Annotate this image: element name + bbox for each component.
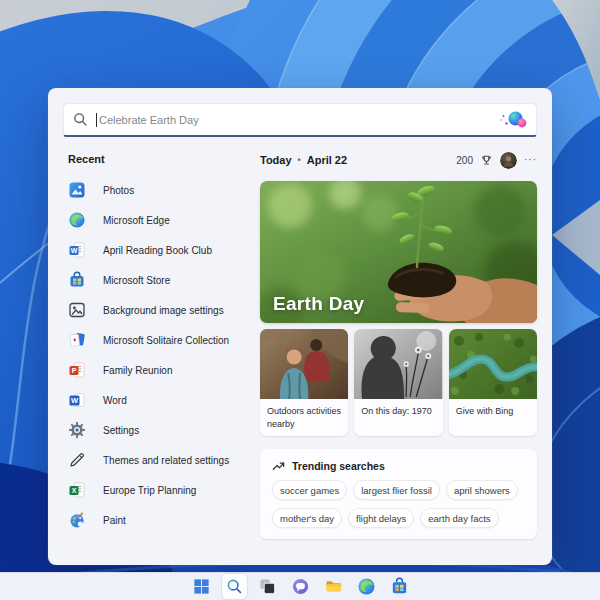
- search-flyout-window: Celebrate Earth Day Recent: [48, 88, 552, 565]
- card-on-this-day[interactable]: On this day: 1970: [354, 329, 442, 436]
- task-view-icon: [258, 577, 277, 596]
- trending-heading: Trending searches: [292, 460, 385, 472]
- date-value: April 22: [307, 154, 347, 166]
- recent-heading: Recent: [68, 153, 260, 165]
- taskbar-file-explorer-button[interactable]: [321, 574, 346, 599]
- trending-searches-panel: Trending searches soccer games largest f…: [260, 449, 537, 539]
- trending-chip[interactable]: earth day facts: [420, 508, 498, 528]
- sidebar-item-themes-and-related-settings[interactable]: Themes and related settings: [68, 445, 260, 475]
- sidebar-item-label: Family Reunion: [103, 365, 172, 376]
- sidebar-item-paint[interactable]: Paint: [68, 505, 260, 535]
- svg-text:W: W: [71, 247, 78, 254]
- trending-chip[interactable]: mother's day: [272, 508, 342, 528]
- edge-icon: [68, 211, 86, 229]
- desktop: Celebrate Earth Day Recent: [0, 0, 600, 600]
- microsoft-store-icon: [68, 271, 86, 289]
- bing-spheres-icon: [497, 109, 527, 130]
- card-label: On this day: 1970: [354, 399, 442, 418]
- sidebar-item-label: April Reading Book Club: [103, 245, 212, 256]
- solitaire-cards-icon: [68, 331, 86, 349]
- taskbar-start-button[interactable]: [189, 574, 214, 599]
- paint-palette-icon: [68, 511, 86, 529]
- more-options-button[interactable]: ···: [524, 155, 537, 165]
- trending-up-icon: [272, 459, 285, 472]
- sidebar-item-label: Europe Trip Planning: [103, 485, 196, 496]
- sidebar-item-label: Microsoft Solitaire Collection: [103, 335, 229, 346]
- powerpoint-icon: P: [68, 361, 86, 379]
- microsoft-store-icon: [390, 577, 409, 596]
- hero-card-earth-day[interactable]: Earth Day: [260, 181, 537, 323]
- sidebar-item-label: Settings: [103, 425, 139, 436]
- card-label: Outdoors activities nearby: [260, 399, 348, 431]
- taskbar-store-button[interactable]: [387, 574, 412, 599]
- today-label: Today: [260, 154, 292, 166]
- sidebar-item-family-reunion[interactable]: P Family Reunion: [68, 355, 260, 385]
- image-settings-icon: [68, 301, 86, 319]
- date-heading: Today • April 22: [260, 154, 347, 166]
- word-document-icon: W: [68, 241, 86, 259]
- sidebar-item-photos[interactable]: Photos: [68, 175, 260, 205]
- gear-icon: [68, 421, 86, 439]
- word-icon: W: [68, 391, 86, 409]
- search-icon: [73, 112, 88, 127]
- taskbar-task-view-button[interactable]: [255, 574, 280, 599]
- sidebar-item-europe-trip-planning[interactable]: X Europe Trip Planning: [68, 475, 260, 505]
- main-header: Today • April 22 200 ···: [260, 152, 537, 168]
- taskbar-chat-button[interactable]: [288, 574, 313, 599]
- sidebar-item-microsoft-solitaire-collection[interactable]: Microsoft Solitaire Collection: [68, 325, 260, 355]
- search-query-text: Celebrate Earth Day: [99, 114, 199, 126]
- sidebar-item-background-image-settings[interactable]: Background image settings: [68, 295, 260, 325]
- date-separator: •: [298, 155, 301, 165]
- hero-title: Earth Day: [273, 293, 364, 315]
- user-avatar[interactable]: [500, 152, 517, 169]
- sidebar-item-settings[interactable]: Settings: [68, 415, 260, 445]
- rewards-points[interactable]: 200: [456, 155, 473, 166]
- pencil-icon: [68, 451, 86, 469]
- sidebar-item-label: Microsoft Store: [103, 275, 170, 286]
- card-label: Give with Bing: [449, 399, 537, 418]
- sidebar-item-word[interactable]: W Word: [68, 385, 260, 415]
- sidebar-item-label: Themes and related settings: [103, 455, 229, 466]
- trending-chip[interactable]: largest flier fossil: [353, 480, 440, 500]
- sidebar-item-label: Photos: [103, 185, 134, 196]
- edge-icon: [357, 577, 376, 596]
- card-give-with-bing[interactable]: Give with Bing: [449, 329, 537, 436]
- search-icon: [225, 577, 244, 596]
- windows-logo-icon: [192, 577, 211, 596]
- content-cards-row: Outdoors activities nearby: [260, 329, 537, 436]
- sidebar-item-microsoft-edge[interactable]: Microsoft Edge: [68, 205, 260, 235]
- rewards-trophy-icon[interactable]: [480, 154, 493, 167]
- svg-text:X: X: [72, 487, 77, 494]
- forest-river-image: [449, 329, 537, 399]
- sidebar-item-label: Microsoft Edge: [103, 215, 170, 226]
- search-input[interactable]: Celebrate Earth Day: [63, 103, 537, 137]
- trending-chip[interactable]: april showers: [446, 480, 518, 500]
- sidebar-item-label: Background image settings: [103, 305, 224, 316]
- excel-icon: X: [68, 481, 86, 499]
- file-explorer-icon: [324, 577, 343, 596]
- photos-icon: [68, 181, 86, 199]
- hikers-image: [260, 329, 348, 399]
- chat-icon: [291, 577, 310, 596]
- trending-chip[interactable]: flight delays: [348, 508, 414, 528]
- text-caret: [96, 113, 97, 127]
- trending-chip[interactable]: soccer games: [272, 480, 347, 500]
- sidebar-item-april-reading-book-club[interactable]: W April Reading Book Club: [68, 235, 260, 265]
- svg-text:W: W: [71, 396, 79, 405]
- taskbar-search-button[interactable]: [222, 574, 247, 599]
- svg-text:P: P: [72, 367, 77, 374]
- vintage-1970-image: [354, 329, 442, 399]
- taskbar-edge-button[interactable]: [354, 574, 379, 599]
- search-highlights-main: Today • April 22 200 ···: [260, 151, 537, 565]
- sidebar-item-label: Word: [103, 395, 127, 406]
- recent-sidebar: Recent Photos Microsoft Edge W April Rea…: [48, 151, 260, 565]
- sidebar-item-label: Paint: [103, 515, 126, 526]
- card-outdoors-activities[interactable]: Outdoors activities nearby: [260, 329, 348, 436]
- sidebar-item-microsoft-store[interactable]: Microsoft Store: [68, 265, 260, 295]
- taskbar: [0, 572, 600, 600]
